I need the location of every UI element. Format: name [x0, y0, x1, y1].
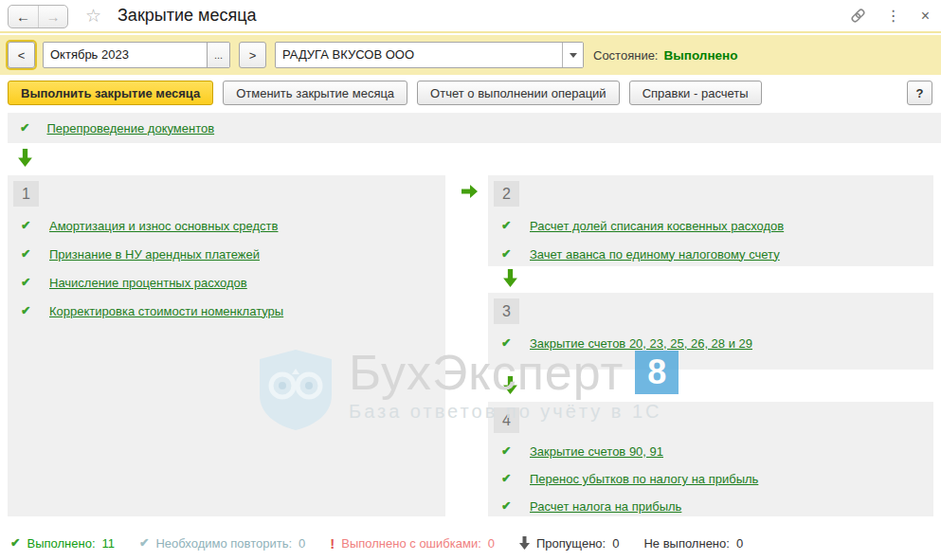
check-icon: ✔ [501, 500, 515, 513]
operation-row: ✔ Расчет долей списания косвенных расход… [488, 211, 933, 240]
operation-row: ✔ Амортизация и износ основных средств [8, 211, 445, 240]
check-icon: ✔ [10, 537, 20, 550]
status-repeat-value: 0 [299, 536, 305, 551]
check-icon: ✔ [20, 122, 29, 135]
link-icon[interactable] [850, 8, 866, 24]
operation-link[interactable]: Закрытие счетов 90, 91 [530, 444, 663, 459]
check-icon: ✔ [501, 220, 515, 232]
status-done-value: 11 [102, 536, 116, 551]
page-title: Закрытие месяца [118, 6, 256, 26]
back-button[interactable]: ← [9, 6, 38, 27]
header-bar: ← → ☆ Закрытие месяца ⋮ × [0, 0, 941, 33]
check-icon: ✔ [501, 248, 515, 261]
check-icon: ✔ [501, 473, 515, 485]
period-picker-button[interactable]: ... [207, 43, 229, 67]
close-icon[interactable]: × [921, 9, 930, 24]
prev-period-button[interactable]: < [8, 42, 35, 68]
forward-button[interactable]: → [38, 6, 67, 27]
stage-number-badge: 3 [494, 298, 519, 324]
check-icon: ✔ [139, 537, 149, 550]
check-icon: ✔ [21, 248, 34, 261]
operations-report-button[interactable]: Отчет о выполнении операций [417, 81, 620, 105]
organization-value[interactable]: РАДУГА ВКУСОВ ООО [276, 43, 562, 67]
arrow-right-icon [461, 185, 478, 198]
operation-link[interactable]: Расчет долей списания косвенных расходов [530, 219, 784, 233]
operation-row: ✔ Закрытие счетов 20, 23, 25, 26, 28 и 2… [488, 329, 933, 357]
status-not-done: Не выполнено: 0 [643, 536, 743, 551]
status-skipped-label: Пропущено: [536, 536, 606, 551]
reposting-row: ✔ Перепроведение документов [8, 113, 941, 143]
operation-row: ✔ Признание в НУ арендных платежей [8, 240, 445, 268]
status-not-done-label: Не выполнено: [643, 536, 729, 551]
status-repeat: ✔ Необходимо повторить: 0 [139, 536, 305, 551]
references-calculations-button[interactable]: Справки - расчеты [629, 81, 762, 105]
organization-dropdown-button[interactable] [562, 43, 583, 67]
operation-link[interactable]: Корректировка стоимости номенклатуры [49, 304, 283, 318]
content-area: ✔ Перепроведение документов 1 ✔ Амортиза… [0, 111, 941, 526]
organization-field[interactable]: РАДУГА ВКУСОВ ООО [275, 42, 584, 68]
status-errors: ! Выполнено с ошибками: 0 [330, 535, 495, 551]
period-value[interactable]: Октябрь 2023 [44, 43, 207, 67]
period-band: < Октябрь 2023 ... > РАДУГА ВКУСОВ ООО С… [0, 35, 941, 75]
operation-row: ✔ Расчет налога на прибыль [488, 493, 933, 520]
period-field[interactable]: Октябрь 2023 ... [43, 42, 230, 68]
status-skipped-value: 0 [612, 536, 619, 551]
stage-number-badge: 1 [13, 181, 39, 207]
next-period-button[interactable]: > [239, 42, 266, 68]
operation-row: ✔ Перенос убытков по налогу на прибыль [488, 465, 933, 493]
check-icon: ✔ [501, 337, 515, 350]
state-value: Выполнено [663, 48, 737, 63]
stage-3-panel: 3 ✔ Закрытие счетов 20, 23, 25, 26, 28 и… [488, 293, 933, 370]
operation-row: ✔ Зачет аванса по единому налоговому сче… [488, 240, 933, 268]
arrow-down-icon [503, 269, 517, 287]
arrow-down-icon [519, 536, 530, 550]
operation-link[interactable]: Амортизация и износ основных средств [49, 219, 278, 233]
help-button[interactable]: ? [907, 81, 932, 105]
operation-row: ✔ Закрытие счетов 90, 91 [488, 438, 933, 465]
check-icon: ✔ [21, 277, 34, 289]
operation-link[interactable]: Признание в НУ арендных платежей [49, 247, 260, 262]
status-not-done-value: 0 [736, 536, 743, 551]
status-bar: ✔ Выполнено: 11 ✔ Необходимо повторить: … [0, 526, 941, 560]
toolbar: Выполнить закрытие месяца Отменить закры… [0, 75, 941, 111]
operation-link[interactable]: Зачет аванса по единому налоговому счету [530, 247, 780, 262]
favorite-star-icon[interactable]: ☆ [85, 5, 101, 27]
state-label: Состояние: [593, 48, 658, 63]
more-menu-icon[interactable]: ⋮ [886, 9, 901, 24]
operation-link[interactable]: Закрытие счетов 20, 23, 25, 26, 28 и 29 [530, 336, 752, 351]
operation-link[interactable]: Перенос убытков по налогу на прибыль [530, 472, 758, 486]
check-icon: ✔ [21, 305, 34, 317]
stage-1-panel: 1 ✔ Амортизация и износ основных средств… [8, 175, 445, 516]
status-errors-label: Выполнено с ошибками: [341, 536, 481, 551]
stage-number-badge: 4 [494, 407, 519, 433]
check-icon: ✔ [21, 220, 34, 232]
exclamation-icon: ! [330, 535, 335, 551]
status-done: ✔ Выполнено: 11 [10, 536, 115, 551]
stage-4-panel: 4 ✔ Закрытие счетов 90, 91 ✔ Перенос убы… [488, 402, 933, 516]
stage-number-badge: 2 [494, 181, 519, 207]
stage-2-panel: 2 ✔ Расчет долей списания косвенных расх… [488, 175, 933, 266]
status-repeat-label: Необходимо повторить: [155, 536, 292, 551]
history-nav: ← → [8, 5, 68, 28]
arrow-down-icon [18, 149, 32, 167]
status-skipped: Пропущено: 0 [519, 536, 619, 551]
operation-link[interactable]: Начисление процентных расходов [49, 276, 247, 290]
month-closing-window: ← → ☆ Закрытие месяца ⋮ × < Октябрь 2023… [0, 0, 941, 560]
reposting-link[interactable]: Перепроведение документов [46, 121, 214, 135]
status-done-label: Выполнено: [27, 536, 95, 551]
status-errors-value: 0 [488, 536, 495, 551]
operation-row: ✔ Начисление процентных расходов [8, 268, 445, 297]
arrow-down-icon [503, 376, 517, 394]
chevron-down-icon [570, 53, 577, 58]
operation-row: ✔ Корректировка стоимости номенклатуры [8, 297, 445, 325]
check-icon: ✔ [501, 445, 515, 458]
operation-link[interactable]: Расчет налога на прибыль [530, 499, 681, 514]
cancel-closing-button[interactable]: Отменить закрытие месяца [223, 81, 407, 105]
execute-closing-button[interactable]: Выполнить закрытие месяца [8, 81, 213, 105]
